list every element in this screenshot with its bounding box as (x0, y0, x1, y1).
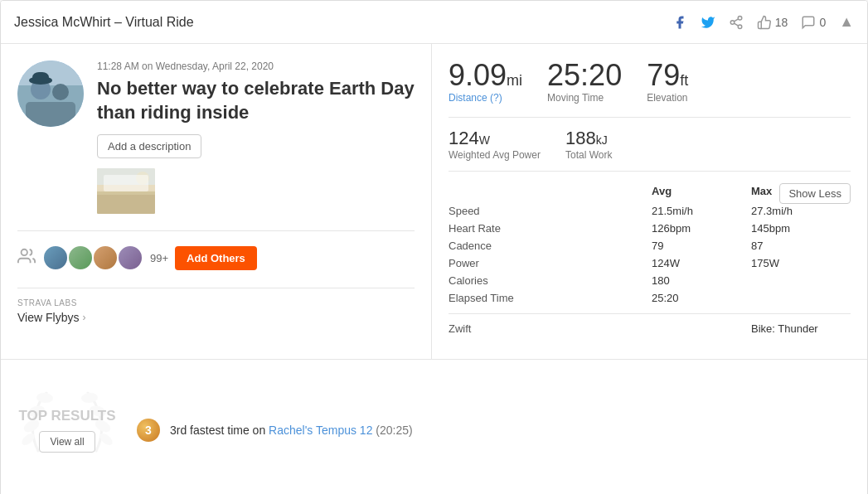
show-less-button[interactable]: Show Less (779, 183, 851, 204)
facebook-icon[interactable] (672, 15, 687, 30)
distance-link[interactable]: Distance (?) (449, 92, 502, 104)
stats-top: 9.09mi Distance (?) 25:20 Moving Time 79… (449, 61, 851, 104)
svg-point-18 (22, 249, 27, 254)
svg-line-4 (734, 18, 738, 21)
result-preposition: on (253, 424, 266, 437)
left-panel: 11:28 AM on Wednesday, April 22, 2020 No… (1, 44, 432, 359)
add-description-button[interactable]: Add a description (97, 134, 201, 158)
svg-rect-10 (26, 102, 75, 127)
row-max: 175W (751, 257, 851, 269)
svg-line-3 (734, 23, 738, 26)
table-row: Power 124W 175W (449, 254, 851, 272)
svg-rect-14 (97, 193, 155, 214)
row-label: Speed (449, 205, 652, 217)
activity-title: No better way to celebrate Earth Day tha… (97, 77, 415, 124)
elevation-label: Elevation (647, 92, 688, 104)
row-avg: 21.5mi/h (652, 205, 751, 217)
header-actions: 18 0 ▲ (672, 13, 854, 31)
view-all-button[interactable]: View all (39, 431, 95, 453)
total-work-label: Total Work (565, 149, 612, 161)
kudoer-avatar[interactable] (117, 245, 143, 271)
elevation-value: 79ft (647, 61, 688, 90)
table-row: Elapsed Time 25:20 (449, 289, 851, 307)
twitter-icon[interactable] (701, 15, 715, 30)
row-label: Calories (449, 274, 652, 287)
weighted-avg-power-value: 124W (449, 128, 541, 149)
row-label: Cadence (449, 240, 652, 252)
table-row: Speed 21.5mi/h 27.3mi/h (449, 202, 851, 220)
gear-label: Bike: Thunder (751, 322, 851, 335)
result-text: 3rd fastest time on Rachel's Tempus 12 (… (170, 424, 413, 437)
top-results: TOP RESULTS View all (17, 376, 117, 484)
result-item: 3 3rd fastest time on Rachel's Tempus 12… (137, 419, 851, 442)
comment-section[interactable]: 0 (801, 15, 826, 30)
total-work-stat: 188kJ Total Work (565, 128, 612, 161)
distance-label: Distance (?) (449, 92, 522, 104)
table-row: Calories 180 (449, 272, 851, 289)
row-max: 145bpm (751, 222, 851, 235)
avatar (17, 61, 84, 127)
row-max: 87 (751, 240, 851, 252)
app-row: Zwift Bike: Thunder (449, 313, 851, 338)
kudoers-section: 99+ Add Others (17, 230, 415, 271)
row-label: Heart Rate (449, 222, 652, 235)
bottom-section: TOP RESULTS View all 3 3rd fastest time … (1, 359, 867, 494)
header: Jessica McWhirt – Virtual Ride 18 0 ▲ (1, 1, 867, 44)
app-label: Zwift (449, 322, 652, 335)
kudoers-avatars (42, 245, 143, 271)
comment-count: 0 (819, 16, 826, 29)
moving-time-stat: 25:20 Moving Time (547, 61, 622, 104)
row-label: Power (449, 257, 652, 269)
activity-timestamp: 11:28 AM on Wednesday, April 22, 2020 (97, 61, 415, 72)
expand-icon[interactable]: ▲ (839, 13, 854, 31)
weighted-avg-power-label: Weighted Avg Power (449, 149, 541, 161)
kudoer-avatar[interactable] (67, 245, 94, 271)
svg-point-2 (738, 25, 742, 29)
weighted-avg-power-stat: 124W Weighted Avg Power (449, 128, 541, 161)
kudoer-avatar[interactable] (92, 245, 119, 271)
distance-value: 9.09mi (449, 61, 522, 90)
table-row: Cadence 79 87 (449, 237, 851, 254)
activity-map-thumbnail (97, 168, 155, 214)
stats-rows-container: Speed 21.5mi/h 27.3mi/h Heart Rate 126bp… (449, 202, 851, 307)
main-content: 11:28 AM on Wednesday, April 22, 2020 No… (1, 44, 867, 359)
kudoers-count: 99+ (150, 252, 168, 264)
chevron-right-icon: › (82, 312, 85, 323)
row-avg: 180 (652, 274, 751, 287)
svg-rect-15 (97, 191, 155, 195)
distance-stat: 9.09mi Distance (?) (449, 61, 522, 104)
like-section[interactable]: 18 (757, 15, 788, 30)
share-icon[interactable] (729, 15, 744, 30)
elevation-stat: 79ft Elevation (647, 61, 688, 104)
kudoers-icon (17, 247, 36, 269)
stats-secondary: 124W Weighted Avg Power 188kJ Total Work (449, 117, 851, 172)
row-max (751, 292, 851, 304)
top-results-heading: TOP RESULTS (18, 408, 115, 424)
row-label: Elapsed Time (449, 292, 652, 304)
kudoer-avatar[interactable] (42, 245, 69, 271)
row-avg: 124W (652, 257, 751, 269)
svg-rect-17 (97, 168, 155, 185)
svg-rect-12 (32, 72, 49, 82)
svg-point-1 (730, 20, 735, 24)
row-avg: 25:20 (652, 292, 751, 304)
strava-labs-section: STRAVA LABS View Flybys › (17, 288, 415, 324)
row-avg: 126bpm (652, 222, 751, 235)
table-row: Heart Rate 126bpm 145bpm (449, 220, 851, 237)
result-segment-link[interactable]: Rachel's Tempus 12 (269, 424, 372, 437)
row-avg: 79 (652, 240, 751, 252)
laurel-container: TOP RESULTS View all (13, 376, 121, 484)
result-time-value: (20:25) (376, 424, 412, 437)
moving-time-label: Moving Time (547, 92, 622, 104)
stats-table: Show Less Avg Max Speed 21.5mi/h 27.3mi/… (449, 185, 851, 338)
svg-point-0 (738, 16, 742, 20)
svg-point-9 (52, 84, 69, 100)
like-count: 18 (775, 16, 788, 29)
add-others-button[interactable]: Add Others (175, 246, 257, 270)
moving-time-value: 25:20 (547, 61, 622, 90)
activity-header: 11:28 AM on Wednesday, April 22, 2020 No… (17, 61, 415, 214)
svg-rect-13 (97, 168, 155, 214)
view-flybys-link[interactable]: View Flybys › (17, 311, 415, 324)
page-title: Jessica McWhirt – Virtual Ride (14, 15, 672, 30)
row-max (751, 274, 851, 287)
